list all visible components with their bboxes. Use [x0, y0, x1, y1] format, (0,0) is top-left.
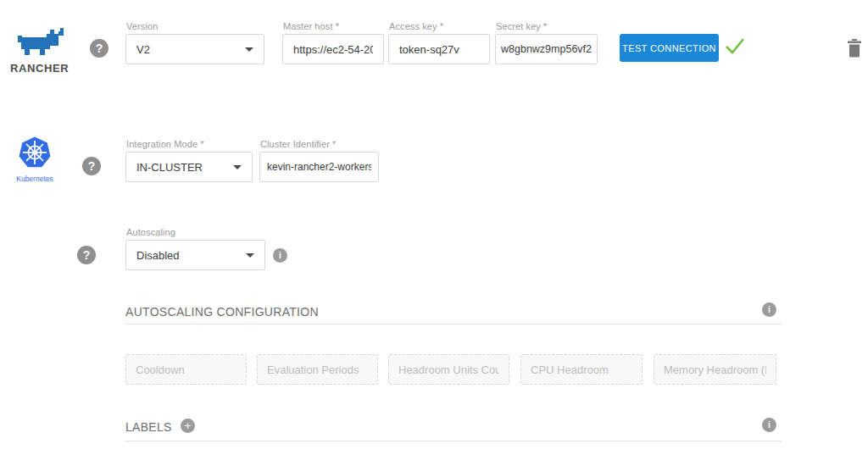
- kubernetes-helm-icon: [18, 136, 52, 169]
- version-value: V2: [136, 43, 245, 56]
- kubernetes-logo: Kubernetes: [10, 136, 59, 183]
- version-select[interactable]: Version V2: [125, 34, 264, 64]
- delete-integration-trash-icon[interactable]: [847, 39, 862, 61]
- kubernetes-help-icon[interactable]: ?: [82, 157, 101, 175]
- connection-success-check-icon: [723, 36, 747, 60]
- chevron-down-icon: [233, 165, 242, 169]
- cluster-identifier-label: Cluster Identifier *: [260, 139, 336, 149]
- autoscaling-configuration-title: AUTOSCALING CONFIGURATION: [125, 305, 319, 319]
- memory-headroom-input: [654, 354, 776, 385]
- secret-key-input[interactable]: [495, 34, 598, 64]
- autoscaling-select[interactable]: Autoscaling Disabled: [125, 240, 265, 270]
- integration-mode-value: IN-CLUSTER: [136, 161, 233, 174]
- autoscaling-label: Autoscaling: [126, 227, 175, 237]
- labels-info-icon[interactable]: i: [762, 418, 776, 432]
- help-glyph: ?: [96, 42, 103, 55]
- autoscaling-info-icon[interactable]: i: [273, 248, 287, 263]
- info-glyph: i: [768, 420, 771, 430]
- test-connection-button[interactable]: TEST CONNECTION: [620, 34, 719, 62]
- rancher-logo: RANCHER: [10, 27, 68, 75]
- master-host-field: Master host *: [282, 34, 384, 64]
- cluster-identifier-field: Cluster Identifier *: [259, 152, 379, 182]
- autoscaling-value: Disabled: [136, 249, 246, 262]
- access-key-label: Access key *: [389, 21, 443, 31]
- cpu-headroom-input: [520, 354, 643, 385]
- info-glyph: i: [768, 305, 771, 314]
- kubernetes-logo-text: Kubernetes: [10, 175, 59, 183]
- master-host-input[interactable]: [282, 34, 384, 64]
- autoscaling-configuration-info-icon[interactable]: i: [762, 302, 776, 317]
- integration-mode-select[interactable]: Integration Mode * IN-CLUSTER: [125, 152, 253, 182]
- help-glyph: ?: [88, 159, 96, 173]
- chevron-down-icon: [246, 253, 254, 258]
- access-key-field: Access key *: [388, 34, 490, 64]
- plus-icon: +: [185, 419, 192, 432]
- rancher-logo-text: RANCHER: [10, 62, 68, 75]
- add-label-button[interactable]: +: [181, 419, 195, 433]
- access-key-input[interactable]: [388, 34, 490, 64]
- rancher-bull-icon: [13, 27, 65, 58]
- cooldown-input: [125, 354, 247, 385]
- autoscaling-configuration-divider: [125, 324, 782, 325]
- integration-settings-page: RANCHER ? Version V2 Master host * Acces…: [0, 0, 868, 466]
- cluster-identifier-input[interactable]: [259, 152, 379, 182]
- evaluation-periods-input: [257, 354, 378, 385]
- master-host-label: Master host *: [283, 21, 339, 31]
- chevron-down-icon: [245, 47, 253, 52]
- info-glyph: i: [279, 251, 281, 260]
- autoscaling-help-icon[interactable]: ?: [77, 246, 96, 264]
- secret-key-field: Secret key *: [495, 34, 598, 64]
- secret-key-label: Secret key *: [496, 21, 548, 31]
- help-glyph: ?: [83, 248, 91, 262]
- headroom-units-count-input: [388, 354, 509, 385]
- rancher-help-icon[interactable]: ?: [90, 39, 108, 58]
- labels-title: LABELS: [125, 420, 172, 434]
- labels-divider: [125, 441, 782, 441]
- integration-mode-label: Integration Mode *: [126, 139, 204, 149]
- version-label: Version: [126, 21, 158, 31]
